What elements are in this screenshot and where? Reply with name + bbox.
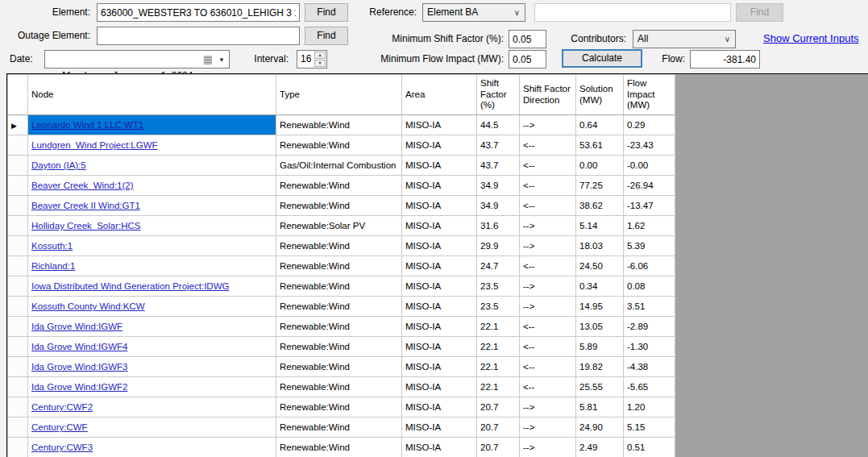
type-cell[interactable]: Renewable:Wind <box>276 276 402 297</box>
solution-cell[interactable]: 0.00 <box>576 156 624 176</box>
reference-combobox[interactable]: Element BA ∨ <box>422 3 525 22</box>
column-header-type[interactable]: Type <box>276 75 402 115</box>
shift-factor-cell[interactable]: 22.1 <box>477 337 520 357</box>
solution-cell[interactable]: 53.61 <box>576 135 624 156</box>
min-flow-impact-input[interactable] <box>509 50 546 69</box>
node-cell[interactable]: Ida Grove Wind:IGWF <box>28 317 276 337</box>
solution-cell[interactable]: 5.89 <box>576 337 624 357</box>
solution-cell[interactable]: 18.03 <box>576 236 624 256</box>
row-selector-cell[interactable] <box>8 276 28 297</box>
type-cell[interactable]: Renewable:Wind <box>276 438 402 457</box>
direction-cell[interactable]: <-- <box>520 156 576 176</box>
node-cell[interactable]: Dayton (IA):5 <box>28 156 276 176</box>
node-cell[interactable]: Lundgren Wind Project:LGWF <box>28 135 276 156</box>
flow-impact-cell[interactable]: -1.30 <box>624 337 675 357</box>
solution-cell[interactable]: 2.49 <box>576 438 624 457</box>
solution-cell[interactable]: 13.05 <box>576 317 624 337</box>
row-selector-cell[interactable] <box>8 418 28 438</box>
direction-cell[interactable]: --> <box>520 438 576 457</box>
node-link[interactable]: Holliday Creek Solar:HCS <box>31 221 141 231</box>
shift-factor-cell[interactable]: 20.7 <box>477 397 520 418</box>
flow-impact-cell[interactable]: -5.65 <box>624 377 675 397</box>
shift-factor-cell[interactable]: 23.5 <box>477 297 520 317</box>
row-selector-cell[interactable] <box>8 156 28 176</box>
shift-factor-cell[interactable]: 43.7 <box>477 156 520 176</box>
node-cell[interactable]: Century:CWF3 <box>28 438 276 457</box>
area-cell[interactable]: MISO-IA <box>402 256 477 276</box>
area-cell[interactable]: MISO-IA <box>402 176 477 196</box>
type-cell[interactable]: Renewable:Wind <box>276 297 402 317</box>
node-link[interactable]: Beaver Creek Wind:1(2) <box>31 181 134 190</box>
type-cell[interactable]: Renewable:Solar PV <box>276 216 402 236</box>
node-link[interactable]: Century:CWF3 <box>31 442 93 452</box>
node-cell[interactable]: Iowa Distributed Wind Generation Project… <box>28 276 276 297</box>
direction-cell[interactable]: <-- <box>520 337 576 357</box>
flow-impact-cell[interactable]: 5.15 <box>624 418 675 438</box>
area-cell[interactable]: MISO-IA <box>402 135 477 156</box>
column-header-shift-factor-direction[interactable]: Shift Factor Direction <box>520 75 576 115</box>
solution-cell[interactable]: 19.82 <box>576 357 624 377</box>
row-selector-cell[interactable] <box>8 357 28 377</box>
type-cell[interactable]: Gas/Oil:Internal Combustion <box>276 156 402 176</box>
flow-impact-cell[interactable]: -2.89 <box>624 317 675 337</box>
shift-factor-cell[interactable]: 23.5 <box>477 276 520 297</box>
area-cell[interactable]: MISO-IA <box>402 276 477 297</box>
direction-cell[interactable]: <-- <box>520 317 576 337</box>
flow-impact-cell[interactable]: 5.39 <box>624 236 675 256</box>
row-selector-cell[interactable]: ▶ <box>8 115 28 135</box>
flow-impact-cell[interactable]: 0.08 <box>624 276 675 297</box>
node-link[interactable]: Richland:1 <box>31 261 75 271</box>
row-selector-cell[interactable] <box>8 438 28 457</box>
direction-cell[interactable]: <-- <box>520 256 576 276</box>
node-cell[interactable]: Century:CWF <box>28 418 276 438</box>
solution-cell[interactable]: 24.50 <box>576 256 624 276</box>
shift-factor-cell[interactable]: 34.9 <box>477 176 520 196</box>
column-header-shift-factor[interactable]: Shift Factor (%) <box>477 75 520 115</box>
node-link[interactable]: Kossuth County Wind:KCW <box>31 301 145 311</box>
type-cell[interactable]: Renewable:Wind <box>276 256 402 276</box>
direction-cell[interactable]: --> <box>520 115 576 135</box>
area-cell[interactable]: MISO-IA <box>402 216 477 236</box>
direction-cell[interactable]: <-- <box>520 357 576 377</box>
direction-cell[interactable]: --> <box>520 236 576 256</box>
direction-cell[interactable]: <-- <box>520 377 576 397</box>
node-cell[interactable]: Beaver Creek Wind:1(2) <box>28 176 276 196</box>
column-header-flow-impact[interactable]: Flow Impact (MW) <box>624 75 675 115</box>
solution-cell[interactable]: 38.62 <box>576 196 624 216</box>
row-selector-cell[interactable] <box>8 256 28 276</box>
shift-factor-cell[interactable]: 43.7 <box>477 135 520 156</box>
node-cell[interactable]: Richland:1 <box>28 256 276 276</box>
node-cell[interactable]: Ida Grove Wind:IGWF2 <box>28 377 276 397</box>
row-selector-cell[interactable] <box>8 135 28 156</box>
direction-cell[interactable]: --> <box>520 418 576 438</box>
type-cell[interactable]: Renewable:Wind <box>276 115 402 135</box>
date-picker[interactable]: Monday , January 1, 2024 ▦ ▼ <box>44 50 230 69</box>
shift-factor-cell[interactable]: 24.7 <box>477 256 520 276</box>
area-cell[interactable]: MISO-IA <box>402 438 477 457</box>
shift-factor-cell[interactable]: 22.1 <box>477 377 520 397</box>
node-link[interactable]: Dayton (IA):5 <box>31 160 86 170</box>
area-cell[interactable]: MISO-IA <box>402 115 477 135</box>
type-cell[interactable]: Renewable:Wind <box>276 418 402 438</box>
type-cell[interactable]: Renewable:Wind <box>276 176 402 196</box>
type-cell[interactable]: Renewable:Wind <box>276 397 402 418</box>
header-row-selector[interactable] <box>8 75 28 115</box>
row-selector-cell[interactable] <box>8 297 28 317</box>
solution-cell[interactable]: 0.34 <box>576 276 624 297</box>
shift-factor-cell[interactable]: 20.7 <box>477 418 520 438</box>
node-cell[interactable]: Century:CWF2 <box>28 397 276 418</box>
shift-factor-cell[interactable]: 22.1 <box>477 357 520 377</box>
flow-impact-cell[interactable]: -23.43 <box>624 135 675 156</box>
area-cell[interactable]: MISO-IA <box>402 236 477 256</box>
flow-impact-cell[interactable]: 1.20 <box>624 397 675 418</box>
element-input[interactable] <box>97 3 300 22</box>
shift-factor-cell[interactable]: 34.9 <box>477 196 520 216</box>
spinner-down-icon[interactable]: ▼ <box>314 60 326 67</box>
outage-element-find-button[interactable]: Find <box>305 27 348 45</box>
row-selector-cell[interactable] <box>8 176 28 196</box>
flow-impact-cell[interactable]: 0.51 <box>624 438 675 457</box>
direction-cell[interactable]: --> <box>520 297 576 317</box>
flow-impact-cell[interactable]: -4.38 <box>624 357 675 377</box>
row-selector-cell[interactable] <box>8 317 28 337</box>
shift-factor-cell[interactable]: 31.6 <box>477 216 520 236</box>
